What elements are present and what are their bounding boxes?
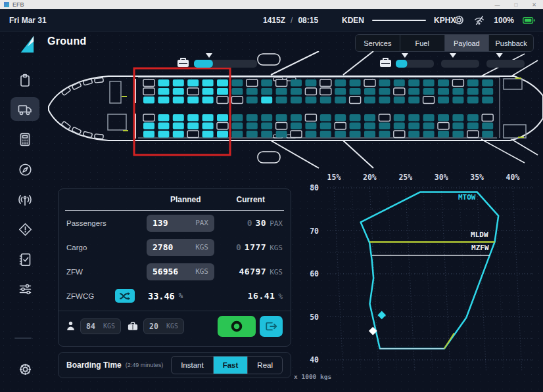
seat[interactable] [350, 97, 361, 104]
seat[interactable] [276, 114, 287, 121]
seat[interactable] [247, 88, 258, 95]
seat[interactable] [305, 114, 316, 121]
seat[interactable] [173, 114, 184, 121]
seat[interactable] [291, 79, 302, 87]
sidebar-item-ground[interactable] [11, 97, 39, 121]
rear-cargo-bar-2[interactable] [441, 60, 479, 68]
gear-icon[interactable] [454, 14, 465, 26]
seat[interactable] [438, 97, 449, 104]
seat[interactable] [320, 131, 331, 138]
seat[interactable] [173, 88, 184, 95]
seat[interactable] [408, 88, 419, 95]
seat[interactable] [261, 88, 272, 95]
seat[interactable] [335, 123, 346, 130]
seat[interactable] [291, 114, 302, 121]
seat[interactable] [423, 131, 435, 138]
seat[interactable] [467, 79, 479, 87]
seat[interactable] [335, 97, 346, 104]
sidebar-item-failures[interactable] [11, 217, 39, 241]
seat[interactable] [320, 79, 331, 87]
seat[interactable] [143, 131, 154, 138]
seat[interactable] [291, 97, 302, 104]
seat[interactable] [217, 97, 228, 104]
seat[interactable] [173, 79, 184, 87]
seat[interactable] [408, 114, 419, 121]
seat[interactable] [423, 97, 435, 104]
seat[interactable] [379, 79, 390, 87]
seat[interactable] [394, 97, 405, 104]
seat[interactable] [379, 114, 390, 121]
sidebar-item-checklists[interactable] [11, 248, 39, 271]
seat[interactable] [467, 131, 479, 138]
seat[interactable] [350, 131, 361, 138]
seat[interactable] [187, 114, 199, 121]
seat[interactable] [394, 123, 405, 130]
seat[interactable] [452, 123, 463, 130]
seat[interactable] [467, 123, 479, 130]
seat[interactable] [173, 131, 184, 138]
seat[interactable] [158, 131, 169, 138]
seat[interactable] [482, 114, 493, 121]
seat[interactable] [261, 97, 272, 104]
seat[interactable] [394, 131, 405, 138]
seat[interactable] [261, 114, 272, 121]
seat[interactable] [158, 123, 169, 130]
rear-cargo-bar-3[interactable] [486, 60, 525, 68]
seat[interactable] [364, 114, 375, 121]
seat[interactable] [467, 114, 479, 121]
seat[interactable] [335, 114, 346, 121]
seat[interactable] [320, 114, 331, 121]
seat[interactable] [438, 79, 449, 87]
seat[interactable] [335, 79, 346, 87]
per-bag-weight-input[interactable]: 20 KGS [143, 318, 184, 334]
seat[interactable] [202, 123, 214, 130]
tab-payload[interactable]: Payload [445, 35, 490, 51]
seat[interactable] [261, 79, 272, 87]
seat[interactable] [202, 97, 214, 104]
seat[interactable] [305, 123, 316, 130]
seat[interactable] [231, 79, 243, 87]
seat[interactable] [305, 79, 316, 87]
seat[interactable] [202, 79, 214, 87]
seat[interactable] [305, 88, 316, 95]
per-pax-weight-input[interactable]: 84 KGS [80, 318, 121, 334]
seat[interactable] [452, 97, 463, 104]
seat[interactable] [291, 131, 302, 138]
boarding-option-fast[interactable]: Fast [214, 357, 248, 374]
seat[interactable] [247, 123, 258, 130]
maximize-button[interactable]: □ [514, 2, 517, 8]
seat[interactable] [467, 88, 479, 95]
zfw-planned-input[interactable]: 56956KGS [147, 263, 214, 280]
seat[interactable] [482, 88, 493, 95]
seat[interactable] [482, 123, 493, 130]
seat[interactable] [231, 88, 243, 95]
seat[interactable] [217, 131, 228, 138]
seat[interactable] [408, 79, 419, 87]
sidebar-item-navigation[interactable] [11, 158, 39, 181]
sidebar-item-atc[interactable] [11, 188, 39, 211]
cargo-planned-input[interactable]: 2780KGS [147, 239, 214, 256]
seat[interactable] [143, 88, 154, 95]
seat[interactable] [335, 88, 346, 95]
seat[interactable] [320, 88, 331, 95]
seat[interactable] [452, 131, 463, 138]
sidebar-item-presets[interactable] [11, 277, 39, 301]
seat[interactable] [408, 97, 419, 104]
sidebar-item-dashboard[interactable] [11, 68, 39, 92]
seat[interactable] [364, 79, 375, 87]
seat[interactable] [408, 131, 419, 138]
seat[interactable] [187, 131, 199, 138]
seat[interactable] [217, 114, 228, 121]
seat[interactable] [350, 123, 361, 130]
seat[interactable] [452, 79, 463, 87]
seat[interactable] [202, 131, 214, 138]
seat[interactable] [482, 131, 493, 138]
seat[interactable] [231, 97, 243, 104]
seat[interactable] [423, 88, 435, 95]
seat[interactable] [482, 97, 493, 104]
seat[interactable] [247, 79, 258, 87]
seat[interactable] [158, 97, 169, 104]
seat[interactable] [320, 123, 331, 130]
seat[interactable] [217, 79, 228, 87]
seat[interactable] [305, 97, 316, 104]
